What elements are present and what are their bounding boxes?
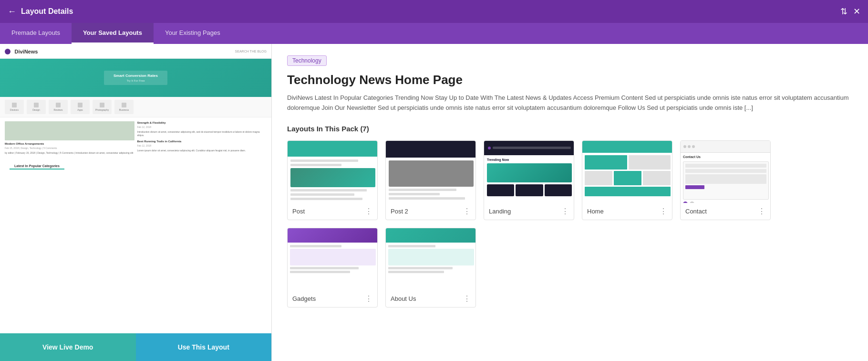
- thumb-label-contact: Contact: [685, 208, 707, 215]
- thumb-label-extra1: Gadgets: [292, 295, 316, 302]
- thumb-footer-extra2: About Us ⋮: [386, 290, 475, 307]
- mock-cat-photo: Photography: [93, 100, 112, 114]
- mock-logo-icon: [5, 49, 10, 54]
- thumb-label-landing: Landing: [489, 208, 511, 215]
- divinews-preview: DiviNews SEARCH THE BLOG Smart Conversio…: [0, 44, 271, 333]
- thumb-more-post2[interactable]: ⋮: [463, 207, 471, 216]
- preview-buttons: View Live Demo Use This Layout: [0, 333, 271, 361]
- layout-description: DiviNews Latest In Popular Categories Tr…: [287, 93, 853, 113]
- thumb-more-extra1[interactable]: ⋮: [365, 294, 372, 303]
- thumb-img-contact: Contact Us: [681, 141, 771, 203]
- thumb-footer-contact: Contact ⋮: [681, 203, 770, 220]
- mock-cat-reviews: Reviews: [49, 100, 68, 114]
- mock-article-1: Modern Office Arrangements Feb 15, 2018 …: [5, 121, 134, 155]
- thumb-img-extra1: [288, 228, 378, 290]
- thumb-label-post: Post: [292, 208, 305, 215]
- mock-nav: DiviNews SEARCH THE BLOG: [0, 44, 271, 59]
- back-icon[interactable]: ←: [8, 7, 16, 17]
- swap-icon[interactable]: ⇅: [840, 6, 847, 17]
- thumb-footer-post: Post ⋮: [288, 203, 377, 220]
- mock-logo: DiviNews: [5, 47, 38, 55]
- thumb-img-post: [288, 141, 378, 203]
- main-content: DiviNews SEARCH THE BLOG Smart Conversio…: [0, 44, 868, 361]
- thumb-card-contact[interactable]: Contact Us: [680, 140, 771, 220]
- mock-cat-devices: Devices: [5, 100, 24, 114]
- mock-categories: Devices Design Reviews Apps: [0, 97, 271, 117]
- tabs-bar: Premade Layouts Your Saved Layouts Your …: [0, 23, 868, 44]
- thumb-card-extra2[interactable]: About Us ⋮: [385, 228, 476, 308]
- tab-premade[interactable]: Premade Layouts: [0, 23, 72, 44]
- thumb-more-post[interactable]: ⋮: [365, 207, 372, 216]
- mock-article-2: Strength & Flexibility Feb 12, 2018 Intr…: [137, 121, 267, 155]
- header-left: ← Layout Details: [8, 7, 73, 17]
- thumb-footer-extra1: Gadgets ⋮: [288, 290, 377, 307]
- thumb-more-extra2[interactable]: ⋮: [463, 294, 471, 303]
- thumb-footer-post2: Post 2 ⋮: [386, 203, 475, 220]
- thumb-label-post2: Post 2: [391, 208, 408, 215]
- header-title: Layout Details: [21, 7, 73, 16]
- thumb-footer-home: Home ⋮: [582, 203, 672, 220]
- layout-title: Technology News Home Page: [287, 73, 853, 87]
- mock-hero-inner: Smart Conversion Rates Try It For Free: [104, 71, 167, 85]
- mock-articles: Modern Office Arrangements Feb 15, 2018 …: [0, 117, 271, 159]
- mock-search: SEARCH THE BLOG: [235, 50, 267, 53]
- thumb-card-extra1[interactable]: Gadgets ⋮: [287, 228, 378, 308]
- pack-label: Layouts In This Pack (7): [287, 125, 853, 133]
- close-icon[interactable]: ✕: [853, 6, 860, 17]
- mock-hero: Smart Conversion Rates Try It For Free: [0, 59, 271, 97]
- thumb-img-landing: Trending Now: [484, 141, 574, 203]
- info-panel: Technology Technology News Home Page Div…: [272, 44, 868, 361]
- thumb-img-home: [582, 141, 672, 203]
- mock-cat-business: Business: [114, 100, 134, 114]
- preview-image: DiviNews SEARCH THE BLOG Smart Conversio…: [0, 44, 271, 333]
- use-layout-button[interactable]: Use This Layout: [136, 333, 272, 361]
- thumbnail-grid: Post ⋮: [287, 140, 853, 308]
- header: ← Layout Details ⇅ ✕: [0, 0, 868, 23]
- thumb-footer-landing: Landing ⋮: [484, 203, 574, 220]
- thumb-card-post[interactable]: Post ⋮: [287, 140, 378, 220]
- mock-cat-design: Design: [27, 100, 46, 114]
- thumb-card-post2[interactable]: Post 2 ⋮: [385, 140, 476, 220]
- thumb-img-post2: [386, 141, 476, 203]
- tab-existing[interactable]: Your Existing Pages: [154, 23, 232, 44]
- thumb-label-home: Home: [587, 208, 604, 215]
- thumb-more-home[interactable]: ⋮: [660, 207, 667, 216]
- mock-cat-apps: Apps: [71, 100, 90, 114]
- thumb-card-landing[interactable]: Trending Now Landing ⋮: [484, 140, 574, 220]
- view-demo-button[interactable]: View Live Demo: [0, 333, 136, 361]
- mock-section-title: Latest In Popular Categories: [10, 162, 64, 170]
- thumb-card-home[interactable]: Home ⋮: [582, 140, 672, 220]
- thumb-label-extra2: About Us: [391, 295, 416, 302]
- preview-panel: DiviNews SEARCH THE BLOG Smart Conversio…: [0, 44, 272, 361]
- technology-tag: Technology: [287, 55, 327, 66]
- thumb-more-landing[interactable]: ⋮: [561, 207, 569, 216]
- tab-saved[interactable]: Your Saved Layouts: [72, 23, 154, 44]
- header-icons: ⇅ ✕: [840, 6, 860, 17]
- thumb-more-contact[interactable]: ⋮: [758, 207, 765, 216]
- thumb-img-extra2: [386, 228, 476, 290]
